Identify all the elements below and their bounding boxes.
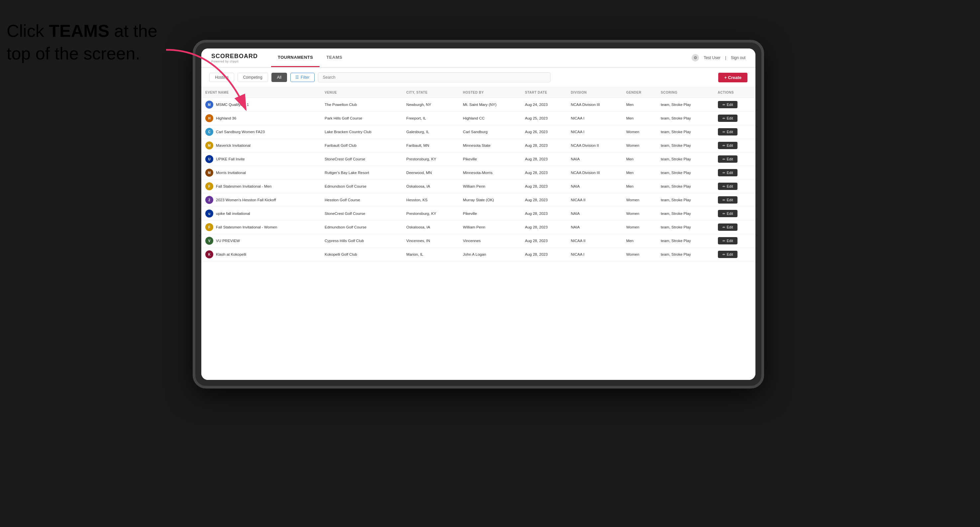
cell-city: Oskaloosa, IA [402, 179, 459, 193]
cell-venue: Edmundson Golf Course [321, 179, 402, 193]
logo-sub: Powered by clippit [211, 60, 258, 63]
cell-scoring: team, Stroke Play [657, 111, 714, 125]
cell-city: Vincennes, IN [402, 234, 459, 248]
edit-button[interactable]: Edit [718, 251, 738, 258]
cell-hosted-by: John A Logan [459, 248, 521, 261]
table-header: EVENT NAME VENUE CITY, STATE HOSTED BY S… [201, 87, 756, 98]
table-row: F Fall Statesmen Invitational - Men Edmu… [201, 179, 756, 193]
cell-actions: Edit [714, 111, 756, 125]
cell-gender: Men [622, 111, 657, 125]
cell-event-name: C Carl Sandburg Women FA23 [201, 125, 321, 139]
event-name-text: Klash at Kokopelli [216, 252, 246, 256]
event-name-cell: M Morris Invitational [205, 169, 317, 177]
cell-venue: Kokopelli Golf Club [321, 248, 402, 261]
event-name-cell: C Carl Sandburg Women FA23 [205, 128, 317, 136]
team-icon: F [205, 223, 213, 231]
cell-city: Marion, IL [402, 248, 459, 261]
sign-out-link[interactable]: Sign out [731, 56, 746, 60]
edit-button[interactable]: Edit [718, 156, 738, 163]
table-row: V VU PREVIEW Cypress Hills Golf Club Vin… [201, 234, 756, 248]
event-name-cell: K Klash at Kokopelli [205, 251, 317, 258]
tab-tournaments[interactable]: TOURNAMENTS [271, 49, 320, 67]
col-event-name: EVENT NAME [201, 87, 321, 98]
cell-hosted-by: Mt. Saint Mary (NY) [459, 98, 521, 111]
cell-event-name: M Maverick Invitational [201, 139, 321, 152]
cell-start-date: Aug 28, 2023 [521, 207, 567, 221]
team-icon: H [205, 114, 213, 122]
event-name-cell: M Maverick Invitational [205, 141, 317, 149]
cell-venue: Park Hills Golf Course [321, 111, 402, 125]
col-gender: GENDER [622, 87, 657, 98]
event-name-text: Highland 36 [216, 116, 236, 120]
event-name-text: Maverick Invitational [216, 143, 250, 148]
event-name-text: MSMC Qualifying 1 [216, 103, 249, 106]
event-name-text: VU PREVIEW [216, 239, 240, 243]
cell-division: NAIA [567, 152, 622, 166]
cell-venue: Cypress Hills Golf Club [321, 234, 402, 248]
search-input[interactable] [318, 72, 550, 83]
cell-actions: Edit [714, 234, 756, 248]
col-start-date: START DATE [521, 87, 567, 98]
team-icon: M [205, 141, 213, 149]
team-icon: F [205, 182, 213, 190]
event-name-text: Fall Statesmen Invitational - Men [216, 184, 271, 188]
cell-start-date: Aug 28, 2023 [521, 152, 567, 166]
table-row: u upike fall invitational StoneCrest Gol… [201, 207, 756, 221]
cell-event-name: u upike fall invitational [201, 207, 321, 221]
tournaments-table-wrapper[interactable]: EVENT NAME VENUE CITY, STATE HOSTED BY S… [201, 87, 756, 380]
cell-gender: Women [622, 207, 657, 221]
cell-division: NICAA I [567, 111, 622, 125]
event-name-cell: 2 2023 Women's Hesston Fall Kickoff [205, 196, 317, 204]
event-name-text: 2023 Women's Hesston Fall Kickoff [216, 198, 276, 202]
edit-button[interactable]: Edit [718, 237, 738, 244]
create-button[interactable]: + Create [718, 73, 748, 83]
cell-scoring: team, Stroke Play [657, 234, 714, 248]
cell-event-name: M MSMC Qualifying 1 [201, 98, 321, 111]
tablet-screen: SCOREBOARD Powered by clippit TOURNAMENT… [201, 49, 756, 380]
cell-start-date: Aug 28, 2023 [521, 221, 567, 234]
cell-division: NCAA Division II [567, 139, 622, 152]
edit-button[interactable]: Edit [718, 142, 738, 149]
cell-division: NICAA II [567, 234, 622, 248]
edit-button[interactable]: Edit [718, 114, 738, 122]
event-name-cell: F Fall Statesmen Invitational - Men [205, 182, 317, 190]
cell-hosted-by: Highland CC [459, 111, 521, 125]
table-row: M MSMC Qualifying 1 The Powelton Club Ne… [201, 98, 756, 111]
edit-button[interactable]: Edit [718, 101, 738, 108]
edit-button[interactable]: Edit [718, 183, 738, 190]
edit-button[interactable]: Edit [718, 196, 738, 203]
event-name-text: upike fall invitational [216, 211, 250, 216]
competing-button[interactable]: Competing [237, 73, 268, 82]
edit-button[interactable]: Edit [718, 224, 738, 231]
cell-scoring: team, Stroke Play [657, 152, 714, 166]
cell-scoring: team, Stroke Play [657, 193, 714, 207]
nav-tabs: TOURNAMENTS TEAMS [271, 49, 692, 67]
cell-gender: Women [622, 125, 657, 139]
filter-icon: ☰ [295, 75, 299, 80]
col-scoring: SCORING [657, 87, 714, 98]
cell-hosted-by: William Penn [459, 221, 521, 234]
all-button[interactable]: All [271, 73, 287, 82]
cell-scoring: team, Stroke Play [657, 207, 714, 221]
cell-venue: StoneCrest Golf Course [321, 152, 402, 166]
edit-button[interactable]: Edit [718, 210, 738, 217]
hosting-button[interactable]: Hosting [209, 73, 234, 82]
cell-gender: Women [622, 139, 657, 152]
event-name-text: Fall Statesmen Invitational - Women [216, 225, 277, 229]
cell-city: Hesston, KS [402, 193, 459, 207]
cell-scoring: team, Stroke Play [657, 248, 714, 261]
cell-scoring: team, Stroke Play [657, 98, 714, 111]
cell-actions: Edit [714, 221, 756, 234]
edit-button[interactable]: Edit [718, 128, 738, 135]
filter-button[interactable]: ☰ Filter [290, 73, 315, 82]
edit-button[interactable]: Edit [718, 169, 738, 176]
event-name-text: Morris Invitational [216, 171, 246, 175]
user-name: Test User [703, 56, 721, 60]
cell-hosted-by: Carl Sandburg [459, 125, 521, 139]
col-venue: VENUE [321, 87, 402, 98]
team-icon: V [205, 237, 213, 245]
team-icon: u [205, 210, 213, 217]
cell-city: Faribault, MN [402, 139, 459, 152]
gear-icon[interactable]: ⚙ [692, 54, 699, 62]
tab-teams[interactable]: TEAMS [320, 49, 349, 67]
